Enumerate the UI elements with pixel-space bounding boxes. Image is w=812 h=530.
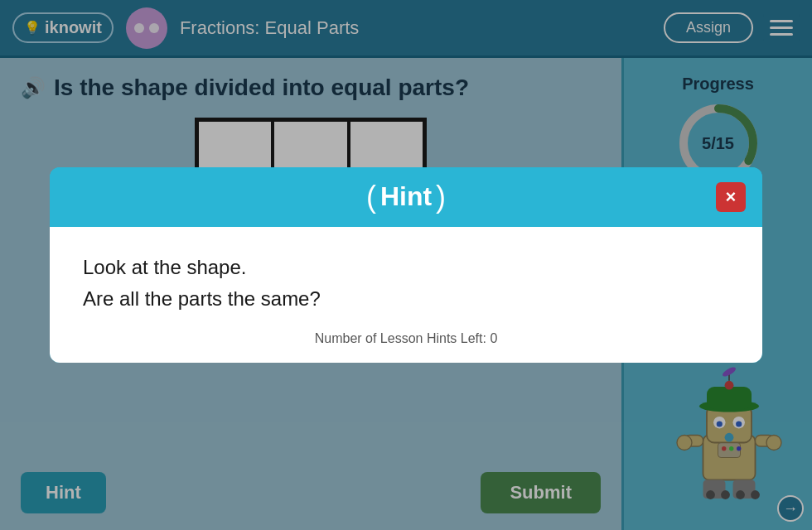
hint-line-2: Are all the parts the same? xyxy=(83,287,321,310)
hint-left-bracket: ( xyxy=(366,180,376,214)
hint-line-1: Look at the shape. xyxy=(83,256,246,278)
hint-overlay: ( Hint ) × Look at the shape. Are all th… xyxy=(0,0,812,530)
hint-title-wrap: ( Hint ) xyxy=(362,180,450,214)
hint-content: Look at the shape. Are all the parts the… xyxy=(83,252,729,316)
hint-title: Hint xyxy=(380,181,432,212)
hint-modal-body: Look at the shape. Are all the parts the… xyxy=(50,227,762,332)
hint-modal: ( Hint ) × Look at the shape. Are all th… xyxy=(50,167,762,364)
hint-footer: Number of Lesson Hints Left: 0 xyxy=(50,331,762,363)
hint-modal-header: ( Hint ) × xyxy=(50,167,762,227)
hint-right-bracket: ) xyxy=(436,180,446,214)
hint-close-button[interactable]: × xyxy=(716,182,746,212)
hints-left-text: Number of Lesson Hints Left: 0 xyxy=(315,331,498,345)
